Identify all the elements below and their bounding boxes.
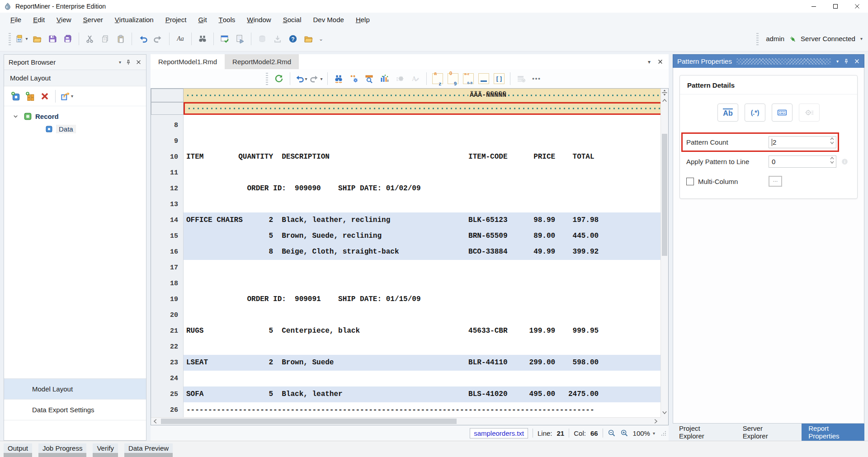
report-line[interactable]: 14OFFICE CHAIRS 2 Black, leather, reclin… (151, 212, 668, 228)
scroll-right-icon[interactable] (653, 418, 659, 425)
panel-tab-project-explorer[interactable]: Project Explorer (675, 424, 727, 441)
text-field-button[interactable]: az (430, 71, 445, 86)
pattern-row[interactable] (151, 102, 668, 115)
apply-pattern-line-input[interactable]: 0 (769, 155, 836, 168)
tree-node-data[interactable]: Data (4, 122, 146, 135)
auto-create-layout-button[interactable] (346, 71, 362, 86)
preview-data-button[interactable] (362, 71, 377, 86)
menu-server[interactable]: Server (77, 13, 109, 26)
minimize-button[interactable] (803, 0, 825, 13)
export-button[interactable] (270, 31, 285, 47)
zoom-in-icon[interactable] (620, 429, 628, 437)
spinner-arrows[interactable] (830, 137, 834, 144)
export-layout-button[interactable]: ▾ (59, 89, 75, 104)
selected-pattern-body[interactable] (184, 102, 668, 115)
resize-grip-icon[interactable] (660, 429, 667, 437)
menu-edit[interactable]: Edit (27, 13, 51, 26)
pattern-row[interactable]: ÃÃÃ-ÑÑÑÑÑ (151, 89, 668, 102)
more-button[interactable]: ••• (529, 71, 544, 86)
scroll-down-icon[interactable] (661, 410, 668, 416)
keyboard-pattern-button[interactable] (772, 104, 793, 122)
bottom-tab-output[interactable]: Output (4, 443, 32, 457)
panel-tab-server-explorer[interactable]: Server Explorer (739, 424, 790, 441)
report-line[interactable]: 13 (151, 197, 668, 212)
report-line[interactable]: 19 ORDER ID: 909091 SHIP DATE: 01/15/09 (151, 292, 668, 307)
vertical-scrollbar[interactable] (660, 89, 668, 417)
menu-view[interactable]: View (51, 13, 77, 26)
bottom-tab-job-progress[interactable]: Job Progress (38, 443, 86, 457)
document-tab-reportmodel1.rmd[interactable]: ReportModel1.Rmd (151, 54, 225, 69)
report-line[interactable]: 24 (151, 371, 668, 386)
browser-nav-model-layout[interactable]: Model Layout (4, 379, 146, 400)
menu-file[interactable]: File (5, 13, 27, 26)
number-field-button[interactable]: 09 (445, 71, 461, 86)
toolbar-grip[interactable] (9, 33, 11, 45)
undo-button[interactable] (135, 31, 151, 47)
multi-column-options-button[interactable]: ... (769, 176, 782, 187)
menu-help[interactable]: Help (350, 13, 376, 26)
pin-icon[interactable] (125, 59, 132, 66)
pattern-count-input[interactable]: 2 (769, 136, 836, 148)
panel-tab-report-properties[interactable]: Report Properties (802, 424, 864, 441)
font-button[interactable]: Aa (173, 31, 188, 47)
horizontal-scroll-thumb[interactable] (161, 419, 457, 424)
apply-pattern-button[interactable] (514, 71, 529, 86)
menu-tools[interactable]: Tools (213, 13, 241, 26)
report-line[interactable]: 26--------------------------------------… (151, 402, 668, 418)
find-results-button[interactable] (331, 71, 346, 86)
scroll-left-icon[interactable] (152, 418, 158, 425)
info-icon[interactable]: i (841, 158, 849, 165)
zoom-out-icon[interactable] (608, 429, 616, 437)
run-report-button[interactable] (232, 31, 248, 47)
panel-menu-caret-icon[interactable]: ▾ (836, 59, 839, 64)
menu-project[interactable]: Project (160, 13, 193, 26)
blank-field-button[interactable] (476, 71, 491, 86)
close-button[interactable] (846, 0, 868, 13)
horizontal-scrollbar[interactable] (151, 417, 660, 425)
refresh-button[interactable] (271, 71, 287, 86)
menu-virtualization[interactable]: Virtualization (109, 13, 160, 26)
panel-menu-caret-icon[interactable]: ▾ (119, 60, 121, 65)
toolbar-overflow-caret-icon[interactable]: ▾ (860, 36, 863, 41)
open-folder-button[interactable] (29, 31, 45, 47)
add-record-button[interactable] (9, 89, 23, 104)
report-line[interactable]: 25SOFA 5 Black, leather BLS-41020 495.00… (151, 386, 668, 402)
report-line[interactable]: 9 (151, 133, 668, 149)
redo-button[interactable] (151, 31, 166, 47)
font-edit-button[interactable]: A (408, 71, 423, 86)
redo-button[interactable]: ▾ (309, 71, 324, 86)
undo-button[interactable]: ▾ (293, 71, 309, 86)
analyze-chart-button[interactable] (377, 71, 392, 86)
close-icon[interactable] (854, 58, 860, 64)
scroll-up-icon[interactable] (661, 97, 668, 104)
report-line[interactable]: 17 (151, 260, 668, 276)
database-button[interactable] (255, 31, 270, 47)
find-button[interactable] (195, 31, 210, 47)
report-line[interactable]: 10ITEM QUANTITY DESCRIPTION ITEM-CODE PR… (151, 149, 668, 165)
open-report-button[interactable] (301, 31, 316, 47)
paste-button[interactable] (113, 31, 128, 47)
browser-nav-data-export-settings[interactable]: Data Export Settings (4, 400, 146, 420)
close-document-icon[interactable] (657, 59, 663, 65)
save-button[interactable] (45, 31, 60, 47)
source-file-button[interactable]: sampleorders.txt (470, 428, 528, 438)
multi-column-checkbox[interactable] (686, 178, 694, 185)
help-button[interactable]: ? (285, 31, 301, 47)
pin-icon[interactable] (843, 58, 849, 65)
menu-window[interactable]: Window (241, 13, 277, 26)
report-line[interactable]: 16 8 Beige, Cloth, straight-back BCO-338… (151, 244, 668, 260)
auto-parse-button[interactable] (392, 71, 408, 86)
report-line[interactable]: 8 (151, 118, 668, 133)
dropdown-caret-icon[interactable]: ▾ (320, 76, 322, 81)
dropdown-caret-icon[interactable]: ▾ (25, 36, 28, 41)
menu-git[interactable]: Git (192, 13, 212, 26)
spinner-arrows[interactable] (830, 157, 834, 164)
alphanumeric-field-button[interactable]: a-z0-9 (461, 71, 476, 86)
advanced-pattern-button[interactable] (799, 104, 820, 122)
report-line[interactable]: 12 ORDER ID: 909090 SHIP DATE: 01/02/09 (151, 181, 668, 197)
regex-pattern-button[interactable]: (.*) (745, 104, 765, 122)
maximize-button[interactable] (825, 0, 846, 13)
menu-dev-mode[interactable]: Dev Mode (307, 13, 350, 26)
split-handle-icon[interactable] (661, 89, 668, 96)
new-document-button[interactable]: ▾ (14, 31, 29, 47)
